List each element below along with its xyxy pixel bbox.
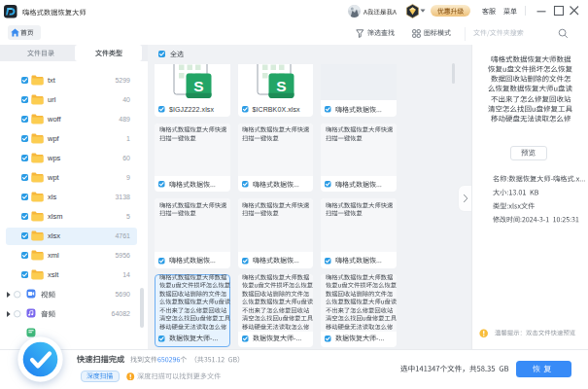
svg-text:S: S — [193, 77, 203, 93]
svg-text:S: S — [276, 77, 286, 93]
